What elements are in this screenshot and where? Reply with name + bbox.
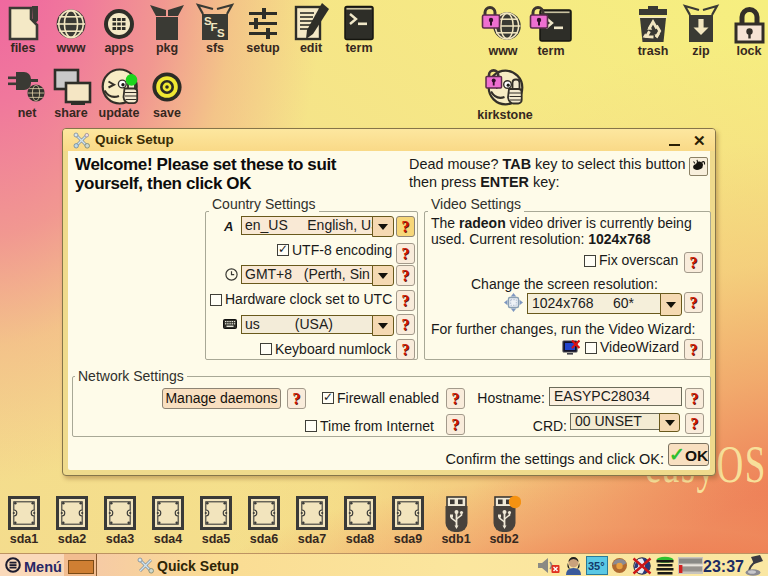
svg-text:S: S xyxy=(217,27,225,39)
svg-text:35°: 35° xyxy=(588,560,605,572)
